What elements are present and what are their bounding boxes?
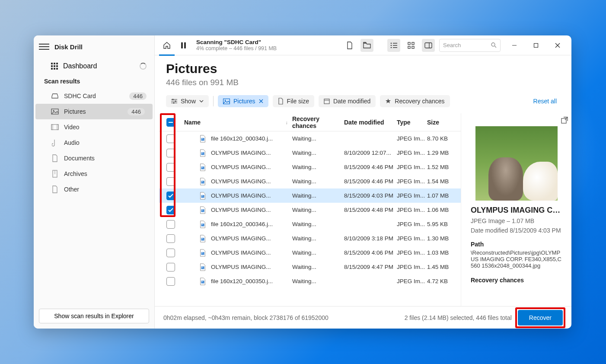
filesize-filter-button[interactable]: File size xyxy=(273,95,314,107)
sidebar-item-other[interactable]: Other xyxy=(34,182,154,197)
list-view-button[interactable] xyxy=(387,39,400,52)
row-checkbox[interactable] xyxy=(166,177,175,186)
pictures-icon xyxy=(51,108,59,115)
recover-button[interactable]: Recover xyxy=(518,310,563,326)
preview-date: Date modified 8/15/2009 4:03 PM xyxy=(471,227,562,234)
svg-rect-14 xyxy=(412,42,414,45)
calendar-icon xyxy=(324,98,330,104)
row-checkbox[interactable] xyxy=(166,206,175,214)
row-checkbox[interactable] xyxy=(166,249,175,257)
svg-point-9 xyxy=(391,45,392,46)
svg-point-53 xyxy=(202,238,203,239)
row-checkbox[interactable] xyxy=(166,277,175,286)
table-row[interactable]: OLYMPUS IMAGING...Waiting...8/15/2009 4:… xyxy=(159,188,461,203)
folder-view-button[interactable] xyxy=(360,39,373,52)
svg-point-45 xyxy=(202,181,203,182)
search-input[interactable]: Search xyxy=(439,39,501,52)
documents-icon xyxy=(51,154,59,162)
svg-point-7 xyxy=(391,42,392,44)
row-checkbox[interactable] xyxy=(166,220,175,229)
svg-point-19 xyxy=(491,43,495,46)
dashboard-icon xyxy=(51,63,58,70)
chevron-down-icon xyxy=(199,100,204,102)
row-checkbox[interactable] xyxy=(166,263,175,271)
sidebar-item-pictures[interactable]: Pictures 446 xyxy=(35,104,153,119)
table-row[interactable]: OLYMPUS IMAGING...Waiting...8/15/2009 4:… xyxy=(159,160,461,174)
svg-point-1 xyxy=(53,110,54,112)
video-icon xyxy=(51,123,59,131)
sidebar-item-sdhc[interactable]: SDHC Card 446 xyxy=(34,88,154,104)
table-row[interactable]: OLYMPUS IMAGING...Waiting...8/15/2009 4:… xyxy=(159,260,461,274)
svg-rect-44 xyxy=(201,181,204,183)
row-checkbox[interactable] xyxy=(166,163,175,172)
table-row[interactable]: file 160x120_000350.j...Waiting...JPEG I… xyxy=(159,274,461,288)
audio-icon xyxy=(51,139,59,147)
popout-icon[interactable] xyxy=(561,117,568,124)
reset-all-link[interactable]: Reset all xyxy=(533,98,560,105)
table-row[interactable]: OLYMPUS IMAGING...Waiting...8/15/2009 4:… xyxy=(159,203,461,217)
dashboard-label: Dashboard xyxy=(63,62,97,70)
row-checkbox[interactable] xyxy=(166,134,175,143)
table-row[interactable]: file 160x120_000340.j...Waiting...JPEG I… xyxy=(159,131,461,146)
svg-rect-15 xyxy=(408,46,410,48)
table-row[interactable]: OLYMPUS IMAGING...Waiting...8/15/2009 4:… xyxy=(159,174,461,188)
file-view-button[interactable] xyxy=(343,39,356,52)
pause-button[interactable] xyxy=(177,42,189,48)
panel-toggle-button[interactable] xyxy=(422,39,435,52)
sidebar-item-audio[interactable]: Audio xyxy=(34,135,154,150)
svg-rect-58 xyxy=(201,281,204,283)
sort-arrow-icon[interactable]: ↓ xyxy=(286,120,288,125)
grid-view-button[interactable] xyxy=(405,39,418,52)
select-all-checkbox[interactable] xyxy=(166,118,175,127)
sidebar: Disk Drill Dashboard Scan results SDHC C… xyxy=(34,35,155,329)
sidebar-item-archives[interactable]: Archives xyxy=(34,166,154,182)
svg-rect-42 xyxy=(201,166,204,169)
row-checkbox[interactable] xyxy=(166,149,175,157)
table-row[interactable]: file 160x120_000346.j...Waiting...JPEG I… xyxy=(159,217,461,231)
home-button[interactable] xyxy=(161,39,173,51)
other-icon xyxy=(51,185,59,193)
show-filter-button[interactable]: Show xyxy=(166,95,209,107)
svg-line-20 xyxy=(494,46,496,48)
table-row[interactable]: OLYMPUS IMAGING...Waiting...8/10/2009 3:… xyxy=(159,231,461,246)
svg-rect-52 xyxy=(201,238,204,240)
pictures-filter-chip[interactable]: Pictures xyxy=(218,95,268,107)
recovery-filter-button[interactable]: Recovery chances xyxy=(380,95,450,107)
svg-rect-22 xyxy=(534,43,538,47)
svg-point-28 xyxy=(175,101,176,102)
table-row[interactable]: OLYMPUS IMAGING...Waiting...8/10/2009 12… xyxy=(159,146,461,160)
close-icon[interactable] xyxy=(259,99,263,103)
file-table: Name↓ Recovery chances Date modified Typ… xyxy=(159,113,461,306)
svg-rect-13 xyxy=(408,42,410,45)
svg-rect-4 xyxy=(57,125,58,130)
show-in-explorer-button[interactable]: Show scan results in Explorer xyxy=(39,309,149,323)
preview-path-label: Path xyxy=(471,241,562,248)
svg-point-47 xyxy=(202,195,203,196)
svg-rect-3 xyxy=(51,125,53,130)
preview-image xyxy=(475,126,558,201)
search-icon xyxy=(491,42,497,48)
close-button[interactable] xyxy=(550,39,565,52)
table-row[interactable]: OLYMPUS IMAGING...Waiting...8/15/2009 4:… xyxy=(159,246,461,260)
svg-point-43 xyxy=(202,167,203,168)
sidebar-item-video[interactable]: Video xyxy=(34,119,154,135)
drive-icon xyxy=(51,92,59,100)
row-checkbox[interactable] xyxy=(166,234,175,243)
scan-progress: 4% complete – 446 files / 991 MB xyxy=(196,45,277,51)
sidebar-item-dashboard[interactable]: Dashboard xyxy=(34,58,154,74)
svg-point-26 xyxy=(172,99,174,100)
date-filter-button[interactable]: Date modified xyxy=(319,95,376,107)
maximize-button[interactable] xyxy=(528,39,544,52)
svg-point-30 xyxy=(173,102,175,104)
image-icon xyxy=(223,99,230,104)
sidebar-item-documents[interactable]: Documents xyxy=(34,150,154,166)
minimize-button[interactable] xyxy=(507,39,522,52)
preview-path: \Reconstructed\Pictures\jpg\OLYMPUS IMAG… xyxy=(471,249,562,269)
svg-point-39 xyxy=(202,138,203,139)
preview-pane: OLYMPUS IMAGING COR... JPEG Image – 1.07… xyxy=(461,113,571,306)
svg-rect-35 xyxy=(324,99,329,104)
document-icon xyxy=(278,98,284,105)
svg-rect-46 xyxy=(201,195,204,198)
row-checkbox[interactable] xyxy=(166,192,175,200)
menu-icon[interactable] xyxy=(39,42,49,52)
